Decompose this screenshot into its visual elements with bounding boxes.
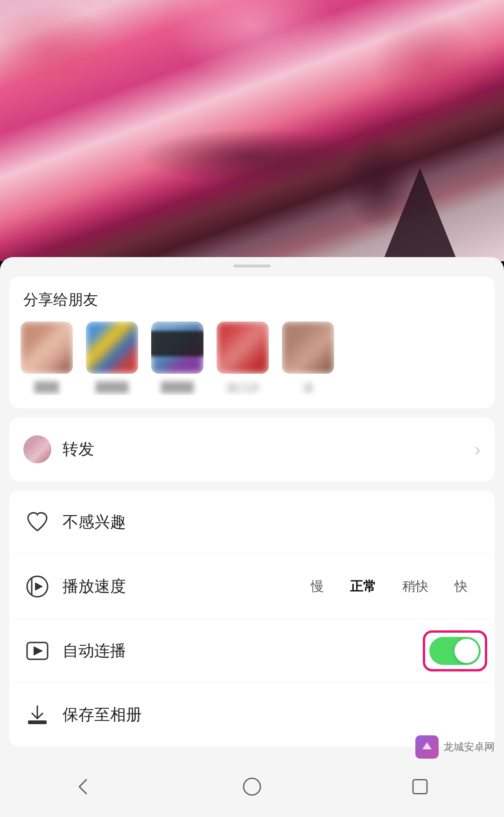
speed-fast[interactable]: 快 [441, 572, 481, 601]
download-icon [23, 701, 51, 729]
friend-item[interactable]: 淡 [280, 321, 336, 395]
svg-point-7 [244, 778, 260, 795]
speed-normal[interactable]: 正常 [337, 572, 389, 601]
user-avatar [23, 435, 51, 463]
save-to-album-label: 保存至相册 [63, 704, 481, 726]
auto-play-toggle[interactable] [429, 637, 481, 665]
friend-name: ▓▓▓ [19, 380, 75, 393]
playback-speed-item: 播放速度 慢 正常 稍快 快 [9, 554, 495, 619]
speed-options: 慢 正常 稍快 快 [298, 572, 481, 601]
auto-play-item: 自动连播 [9, 619, 495, 683]
home-button[interactable] [233, 773, 271, 801]
friend-avatar [86, 321, 138, 374]
friend-name: ▓▓▓▓ [149, 380, 205, 393]
watermark-text: 龙城安卓网 [443, 740, 495, 754]
friend-item[interactable]: 淡口沙 [215, 321, 271, 395]
svg-rect-5 [28, 720, 47, 724]
auto-play-toggle-wrap [429, 637, 481, 665]
svg-marker-1 [35, 582, 43, 591]
not-interested-item[interactable]: 不感兴趣 [9, 490, 495, 554]
friends-list[interactable]: ▓▓▓ ▓▓▓▓ ▓▓▓▓ [9, 321, 495, 395]
share-section: 分享给朋友 ▓▓▓ ▓▓▓▓ [9, 277, 495, 408]
auto-play-label: 自动连播 [63, 640, 429, 662]
background-image [0, 0, 504, 261]
forward-label: 转发 [63, 439, 475, 460]
auto-play-icon [23, 637, 51, 665]
heart-outline-icon [23, 508, 51, 536]
friend-item[interactable]: ▓▓▓▓ [149, 321, 205, 395]
friend-name: 淡 [280, 380, 336, 395]
recent-button[interactable] [401, 773, 439, 801]
playback-speed-label: 播放速度 [63, 576, 298, 597]
options-section: 不感兴趣 播放速度 慢 正常 稍快 快 [9, 490, 495, 747]
bottom-sheet: 分享给朋友 ▓▓▓ ▓▓▓▓ [0, 257, 504, 817]
friend-item[interactable]: ▓▓▓▓ [84, 321, 140, 395]
sheet-handle[interactable] [233, 265, 271, 267]
not-interested-label: 不感兴趣 [63, 511, 481, 533]
friend-avatar [217, 321, 269, 374]
friend-item[interactable]: ▓▓▓ [19, 321, 75, 395]
friend-name: 淡口沙 [215, 380, 271, 395]
back-button[interactable] [65, 773, 103, 801]
forward-item[interactable]: 转发 › [9, 418, 495, 481]
svg-marker-4 [34, 646, 43, 656]
chevron-icon: › [475, 439, 481, 460]
share-title: 分享给朋友 [9, 290, 495, 321]
play-speed-icon [23, 573, 51, 601]
friend-avatar [151, 321, 203, 374]
censored-bar [151, 331, 203, 356]
speed-slightly-fast[interactable]: 稍快 [389, 572, 441, 601]
navigation-bar [0, 761, 504, 817]
toggle-knob [455, 639, 479, 663]
friend-avatar [282, 321, 334, 374]
friend-name: ▓▓▓▓ [84, 380, 140, 393]
speed-slow[interactable]: 慢 [298, 572, 337, 601]
friend-avatar [21, 321, 73, 374]
svg-rect-8 [413, 780, 427, 794]
watermark-icon [415, 735, 439, 759]
watermark: 龙城安卓网 [415, 735, 495, 759]
forward-section: 转发 › [9, 418, 495, 481]
